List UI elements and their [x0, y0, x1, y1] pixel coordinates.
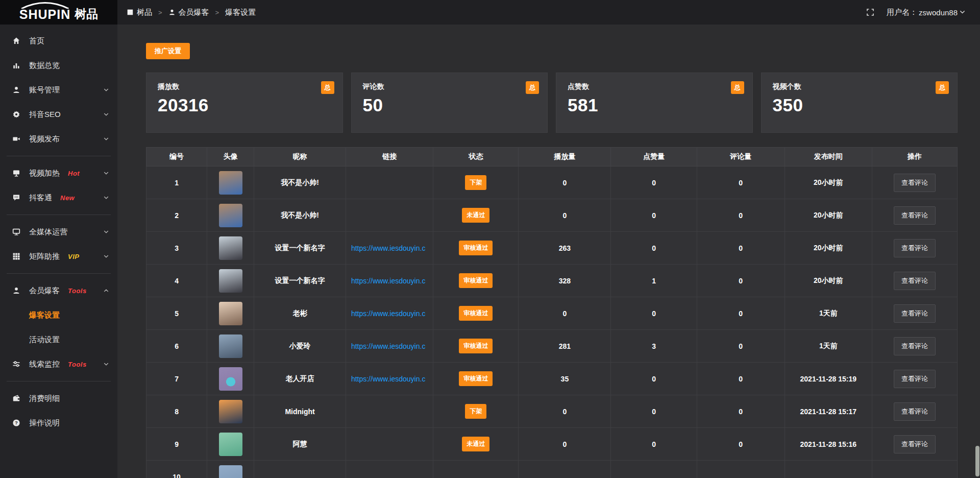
publish-time-cell: 20小时前 [785, 265, 872, 297]
status-badge: 审核通过 [459, 371, 493, 386]
avatar-cell [207, 166, 254, 199]
table-row: 10 [146, 461, 958, 478]
stat-label: 播放数 [158, 82, 331, 91]
video-link-cell[interactable]: https://www.iesdouyin.c [346, 232, 433, 265]
action-cell: 查看评论 [872, 297, 958, 330]
view-comments-button[interactable]: 查看评论 [894, 239, 936, 257]
video-link-cell[interactable]: https://www.iesdouyin.c [346, 297, 433, 330]
status-cell: 未通过 [433, 428, 519, 461]
row-id-cell: 10 [146, 461, 207, 478]
view-comments-button[interactable]: 查看评论 [894, 402, 936, 421]
logo-text-en: SHUPIN [19, 8, 70, 21]
sidebar-item-badge: Tools [68, 361, 87, 368]
sidebar-subitem-label: 活动设置 [29, 335, 60, 345]
column-header: 编号 [146, 148, 207, 166]
breadcrumb-separator: > [158, 9, 162, 16]
question-icon: ? [12, 419, 21, 427]
sidebar-item-label: 线索监控 [29, 360, 60, 369]
likes-cell [611, 461, 697, 478]
view-comments-button[interactable]: 查看评论 [894, 370, 936, 388]
sidebar-item-badge: VIP [68, 253, 79, 260]
status-badge: 审核通过 [459, 241, 493, 255]
logo-text-cn: 树品 [75, 6, 98, 22]
sidebar-subitem[interactable]: 活动设置 [0, 327, 117, 352]
sidebar-item[interactable]: ?操作说明 [0, 411, 117, 435]
scrollbar-thumb[interactable] [975, 446, 979, 476]
likes-cell: 1 [611, 265, 697, 297]
sidebar-item[interactable]: 视频加热Hot [0, 161, 117, 185]
view-comments-button[interactable]: 查看评论 [894, 206, 936, 225]
view-comments-button[interactable]: 查看评论 [894, 337, 936, 355]
column-header: 播放量 [519, 148, 611, 166]
table-row: 6小爱玲https://www.iesdouyin.c审核通过281301天前查… [146, 330, 958, 363]
videos-table: 编号头像昵称链接状态播放量点赞量评论量发布时间操作1我不是小帅!下架00020小… [146, 147, 958, 478]
avatar-cell [207, 363, 254, 395]
sidebar-item[interactable]: 抖音SEO [0, 102, 117, 127]
breadcrumb-item-section[interactable]: 会员爆客 [168, 8, 209, 17]
publish-time-cell: 2021-11-28 15:17 [785, 395, 872, 428]
avatar [219, 367, 242, 391]
sidebar-subitem[interactable]: 爆客设置 [0, 303, 117, 327]
fullscreen-icon[interactable] [866, 8, 874, 16]
status-badge: 未通过 [462, 208, 489, 223]
comments-cell: 0 [697, 428, 785, 461]
nickname-cell: 小爱玲 [254, 330, 346, 363]
status-badge: 下架 [465, 404, 486, 419]
video-link-cell [346, 166, 433, 199]
sidebar-item[interactable]: 数据总览 [0, 53, 117, 78]
chevron-down-icon [103, 253, 109, 259]
action-cell: 查看评论 [872, 428, 958, 461]
stat-card: 视频个数350总 [761, 73, 958, 133]
sidebar-item-label: 视频发布 [29, 134, 60, 144]
sidebar-item-label: 抖客通 [29, 193, 52, 203]
promotion-settings-button[interactable]: 推广设置 [146, 43, 190, 59]
avatar [219, 236, 242, 260]
view-comments-button[interactable]: 查看评论 [894, 304, 936, 323]
breadcrumb-label: 树品 [137, 8, 152, 17]
status-cell: 审核通过 [433, 297, 519, 330]
video-link-cell[interactable]: https://www.iesdouyin.c [346, 363, 433, 395]
view-comments-button[interactable]: 查看评论 [894, 272, 936, 290]
sidebar-item[interactable]: 视频发布 [0, 127, 117, 151]
sidebar-item[interactable]: 会员爆客Tools [0, 278, 117, 303]
table-header-row: 编号头像昵称链接状态播放量点赞量评论量发布时间操作 [146, 148, 958, 166]
view-comments-button[interactable]: 查看评论 [894, 174, 936, 192]
stat-card: 播放数20316总 [146, 73, 343, 133]
breadcrumb-item-current[interactable]: 爆客设置 [225, 8, 256, 17]
sidebar-item[interactable]: 全媒体运营 [0, 220, 117, 244]
row-id-cell: 1 [146, 166, 207, 199]
nickname-cell: Midnight [254, 395, 346, 428]
plays-cell: 328 [519, 265, 611, 297]
stat-label: 视频个数 [773, 82, 946, 91]
sidebar-item[interactable]: 线索监控Tools [0, 352, 117, 376]
stat-cards-row: 播放数20316总评论数50总点赞数581总视频个数350总 [146, 73, 958, 133]
user-menu[interactable]: 用户名： zswodun88 [887, 8, 966, 17]
plays-cell: 0 [519, 199, 611, 232]
app-logo[interactable]: SHUPIN 树品 [0, 0, 117, 25]
video-link-cell [346, 199, 433, 232]
avatar [219, 269, 242, 293]
status-cell: 审核通过 [433, 363, 519, 395]
status-badge: 审核通过 [459, 339, 493, 353]
breadcrumb-item-home[interactable]: 树品 [127, 8, 152, 17]
plays-cell: 0 [519, 395, 611, 428]
view-comments-button[interactable]: 查看评论 [894, 435, 936, 453]
action-cell [872, 461, 958, 478]
wallet-icon [12, 394, 21, 402]
avatar [219, 334, 242, 358]
video-link-cell[interactable]: https://www.iesdouyin.c [346, 265, 433, 297]
avatar-cell [207, 297, 254, 330]
monitor-icon [12, 228, 21, 236]
sidebar-item[interactable]: 账号管理 [0, 78, 117, 102]
sidebar-item[interactable]: 消费明细 [0, 386, 117, 411]
table-row: 1我不是小帅!下架00020小时前查看评论 [146, 166, 958, 199]
row-id-cell: 4 [146, 265, 207, 297]
chevron-down-icon [103, 195, 109, 201]
video-link-cell[interactable]: https://www.iesdouyin.c [346, 330, 433, 363]
nickname-cell: 阿慧 [254, 428, 346, 461]
sidebar-item[interactable]: 矩阵助推VIP [0, 244, 117, 269]
plays-cell [519, 461, 611, 478]
nickname-cell: 我不是小帅! [254, 199, 346, 232]
sidebar-item[interactable]: 抖客通New [0, 185, 117, 210]
sidebar-item[interactable]: 首页 [0, 29, 117, 53]
